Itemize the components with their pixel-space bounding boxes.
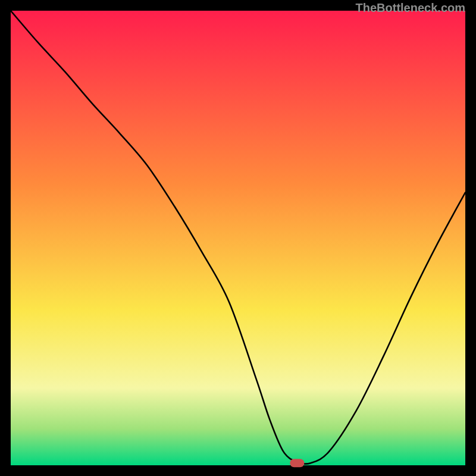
chart-frame: TheBottleneck.com — [0, 0, 476, 476]
watermark-text: TheBottleneck.com — [356, 1, 465, 15]
bottleneck-chart — [0, 0, 476, 476]
gradient-background — [11, 11, 465, 465]
optimal-marker — [290, 459, 304, 467]
